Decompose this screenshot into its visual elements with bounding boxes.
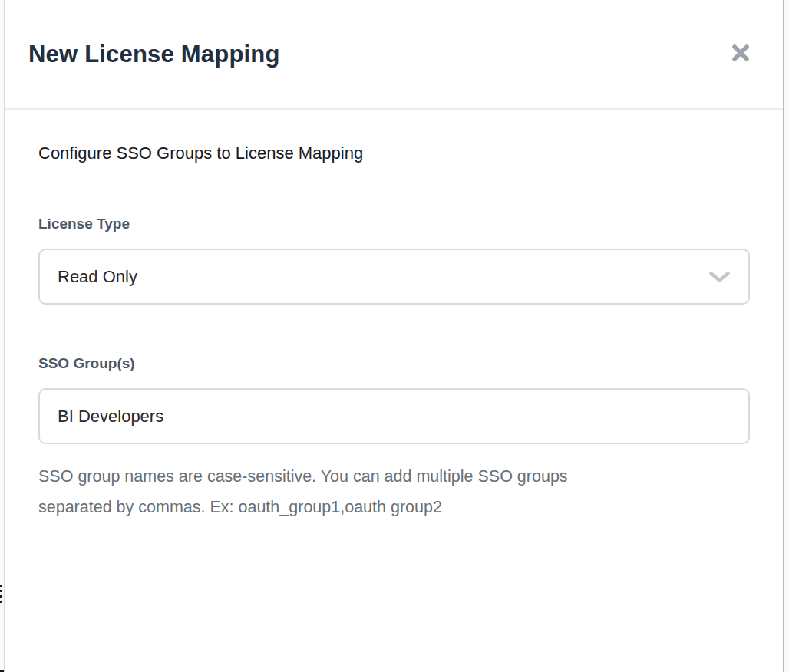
- sso-groups-help-text: SSO group names are case-sensitive. You …: [38, 461, 749, 522]
- license-type-selected-value: Read Only: [58, 267, 137, 287]
- background-page-right-sliver: [784, 0, 789, 672]
- license-type-select[interactable]: Read Only: [38, 249, 750, 305]
- close-icon: [729, 41, 752, 67]
- close-button[interactable]: [728, 41, 754, 68]
- sso-groups-help-line-1: SSO group names are case-sensitive. You …: [38, 461, 749, 492]
- sso-groups-input[interactable]: [38, 388, 750, 444]
- license-type-label: License Type: [38, 214, 749, 234]
- clipped-list-icon: [0, 585, 2, 606]
- sso-groups-help-line-2: separated by commas. Ex: oauth_group1,oa…: [38, 492, 749, 522]
- modal-header: New License Mapping: [5, 0, 783, 110]
- modal-subtitle: Configure SSO Groups to License Mapping: [38, 142, 749, 165]
- new-license-mapping-screen: New License Mapping Configure SSO Groups…: [0, 0, 789, 672]
- new-license-mapping-modal: New License Mapping Configure SSO Groups…: [4, 0, 784, 672]
- modal-body: Configure SSO Groups to License Mapping …: [5, 110, 783, 522]
- chevron-down-icon: [709, 272, 730, 283]
- modal-title: New License Mapping: [28, 41, 280, 68]
- sso-groups-label: SSO Group(s): [38, 354, 749, 374]
